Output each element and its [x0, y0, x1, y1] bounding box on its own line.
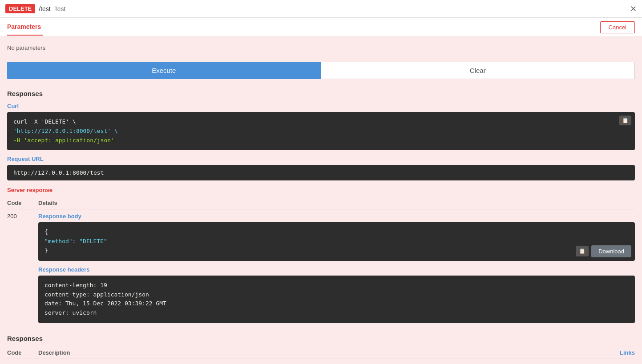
response-body-line3: }: [44, 247, 48, 254]
header-line4: server: uvicorn: [44, 309, 97, 316]
clear-button[interactable]: Clear: [321, 62, 635, 79]
curl-label: Curl: [7, 103, 635, 109]
bottom-code-col: Code: [7, 347, 38, 359]
body-action-row: 📋 Download: [576, 245, 631, 257]
method-badge: DELETE: [5, 4, 35, 13]
main-content: No parameters Execute Clear Responses Cu…: [0, 37, 642, 364]
close-icon[interactable]: ✕: [630, 4, 637, 14]
response-body-line2: "method": "DELETE": [44, 238, 107, 244]
curl-section: Curl curl -X 'DELETE' \ 'http://127.0.0.…: [7, 103, 635, 150]
server-response-table: Code Details 200 Response body { "method…: [7, 197, 635, 327]
header: DELETE /test Test ✕: [0, 0, 642, 18]
request-url-value: http://127.0.0.1:8000/test: [7, 165, 635, 180]
bottom-responses-table: Code Description Links 200 No links: [7, 347, 635, 364]
curl-code-block: curl -X 'DELETE' \ 'http://127.0.0.1:800…: [7, 112, 635, 150]
bottom-links-col: Links: [400, 347, 635, 359]
header-line2: content-type: application/json: [44, 291, 149, 298]
response-headers-label: Response headers: [38, 266, 635, 273]
response-headers-block: content-length: 19 content-type: applica…: [38, 276, 635, 323]
execute-button[interactable]: Execute: [7, 62, 321, 79]
request-url-label: Request URL: [7, 156, 635, 162]
table-row: 200 No links: [7, 359, 635, 364]
response-body-block: { "method": "DELETE" } 📋 Download: [38, 222, 635, 260]
tabs-bar: Parameters Cancel: [0, 18, 642, 37]
response-details: Response body { "method": "DELETE" } 📋 D…: [38, 209, 635, 327]
response-body-line1: {: [44, 228, 48, 235]
cancel-button[interactable]: Cancel: [600, 21, 635, 33]
header-line3: date: Thu, 15 Dec 2022 03:39:22 GMT: [44, 300, 166, 307]
code-col-header: Code: [7, 197, 38, 209]
bottom-responses: Responses Code Description Links 200 No …: [7, 335, 635, 364]
bottom-row-code: 200: [7, 359, 38, 364]
tab-parameters[interactable]: Parameters: [7, 23, 43, 36]
action-buttons: Execute Clear: [7, 62, 635, 79]
bottom-desc-col: Description: [38, 347, 400, 359]
table-row: 200 Response body { "method": "DELETE" }…: [7, 209, 635, 327]
copy-body-button[interactable]: 📋: [576, 246, 589, 256]
curl-line3: -H 'accept: application/json': [13, 137, 114, 144]
header-description: Test: [54, 5, 66, 12]
header-path: /test: [39, 5, 50, 12]
copy-curl-button[interactable]: 📋: [619, 116, 631, 125]
server-response-label: Server response: [7, 187, 635, 193]
download-button[interactable]: Download: [591, 245, 631, 257]
response-body-label: Response body: [38, 213, 635, 220]
no-parameters-text: No parameters: [7, 44, 635, 51]
details-col-header: Details: [38, 197, 635, 209]
header-line1: content-length: 19: [44, 282, 107, 288]
bottom-row-links: No links: [400, 359, 635, 364]
curl-line2: 'http://127.0.0.1:8000/test' \: [13, 128, 118, 134]
response-code: 200: [7, 209, 38, 327]
bottom-row-description: [38, 359, 400, 364]
responses-section-title: Responses: [7, 90, 635, 97]
curl-line1: curl -X 'DELETE' \: [13, 118, 76, 125]
bottom-responses-title: Responses: [7, 335, 635, 342]
